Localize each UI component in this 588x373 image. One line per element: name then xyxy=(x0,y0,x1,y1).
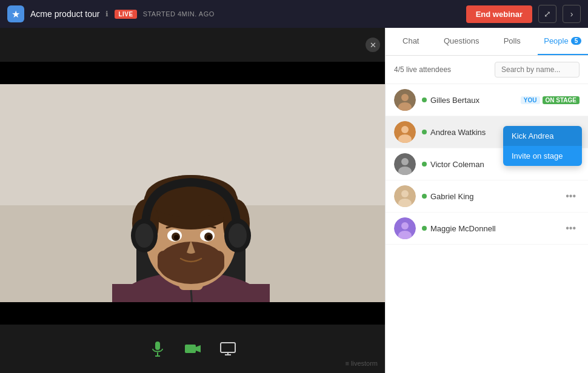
list-item[interactable]: Gabriel King ••• xyxy=(386,180,588,213)
list-item[interactable]: Andrea Watkins ••• Kick Andrea Invite on… xyxy=(386,116,588,148)
livestorm-brand: ≡ livestorm xyxy=(346,360,378,367)
tab-people[interactable]: People 5 xyxy=(538,28,589,55)
avatar xyxy=(394,89,416,111)
online-indicator xyxy=(422,226,427,231)
top-bar-left: ★ Acme product tour ℹ LIVE STARTED 4MIN.… xyxy=(7,5,460,22)
app-logo: ★ xyxy=(7,5,24,22)
invite-stage-menu-item[interactable]: Invite on stage xyxy=(503,146,582,166)
online-indicator xyxy=(422,194,427,199)
started-text: STARTED 4MIN. AGO xyxy=(143,10,215,18)
svg-point-36 xyxy=(401,126,409,133)
avatar xyxy=(394,121,416,143)
video-controls: ≡ livestorm xyxy=(0,325,385,373)
svg-rect-29 xyxy=(221,343,235,352)
video-area: ✕ xyxy=(0,28,385,373)
context-menu: Kick Andrea Invite on stage xyxy=(503,126,582,166)
svg-point-20 xyxy=(207,235,212,240)
microphone-button[interactable] xyxy=(146,337,169,360)
camera-button[interactable] xyxy=(181,337,204,360)
on-stage-badge: ON STAGE xyxy=(543,96,580,104)
end-webinar-button[interactable]: End webinar xyxy=(466,5,532,23)
video-top: ✕ xyxy=(0,28,385,62)
you-badge: YOU xyxy=(521,96,540,104)
people-panel: 4/5 live attendees Gilles Bertaux xyxy=(386,56,588,373)
avatar xyxy=(394,153,416,175)
svg-point-24 xyxy=(229,223,247,248)
svg-point-33 xyxy=(401,94,409,101)
more-options-button[interactable]: › xyxy=(563,5,581,23)
people-header: 4/5 live attendees xyxy=(386,56,588,84)
screen-share-button[interactable] xyxy=(216,337,239,360)
svg-point-39 xyxy=(401,158,409,165)
more-options-button[interactable]: ••• xyxy=(562,222,580,235)
kick-menu-item[interactable]: Kick Andrea xyxy=(503,126,582,146)
top-bar: ★ Acme product tour ℹ LIVE STARTED 4MIN.… xyxy=(0,0,588,28)
person-name: Gabriel King xyxy=(430,192,562,201)
tabs: Chat Questions Polls People 5 xyxy=(386,28,588,56)
list-item[interactable]: Gilles Bertaux YOU ON STAGE xyxy=(386,84,588,116)
avatar xyxy=(394,185,416,207)
svg-point-45 xyxy=(401,222,409,229)
online-indicator xyxy=(422,162,427,167)
online-indicator xyxy=(422,130,427,134)
person-name: Maggie McDonnell xyxy=(430,224,562,233)
person-badges: YOU ON STAGE xyxy=(521,96,580,104)
info-icon: ℹ xyxy=(105,10,109,18)
person-list: Gilles Bertaux YOU ON STAGE xyxy=(386,84,588,373)
expand-button[interactable]: ⤢ xyxy=(538,5,556,23)
svg-point-42 xyxy=(401,190,409,197)
close-button[interactable]: ✕ xyxy=(366,38,380,52)
svg-rect-25 xyxy=(155,342,160,350)
video-main xyxy=(0,62,385,325)
people-count-badge: 5 xyxy=(571,37,582,45)
live-badge: LIVE xyxy=(115,10,136,19)
person-name: Gilles Bertaux xyxy=(430,96,517,105)
search-input[interactable] xyxy=(495,62,580,78)
attendee-count: 4/5 live attendees xyxy=(394,65,451,74)
main-content: ✕ xyxy=(0,28,588,373)
list-item[interactable]: Maggie McDonnell ••• xyxy=(386,213,588,245)
tab-polls[interactable]: Polls xyxy=(487,28,538,55)
tab-chat[interactable]: Chat xyxy=(386,28,436,55)
right-panel: Chat Questions Polls People 5 4/5 live a… xyxy=(385,28,588,373)
svg-point-19 xyxy=(174,235,179,240)
tab-questions[interactable]: Questions xyxy=(436,28,487,55)
more-options-button[interactable]: ••• xyxy=(562,190,580,203)
webinar-title: Acme product tour xyxy=(30,9,99,19)
online-indicator xyxy=(422,97,427,102)
svg-point-22 xyxy=(135,223,153,248)
video-feed xyxy=(0,84,385,302)
avatar xyxy=(394,217,416,239)
svg-rect-28 xyxy=(185,345,196,353)
